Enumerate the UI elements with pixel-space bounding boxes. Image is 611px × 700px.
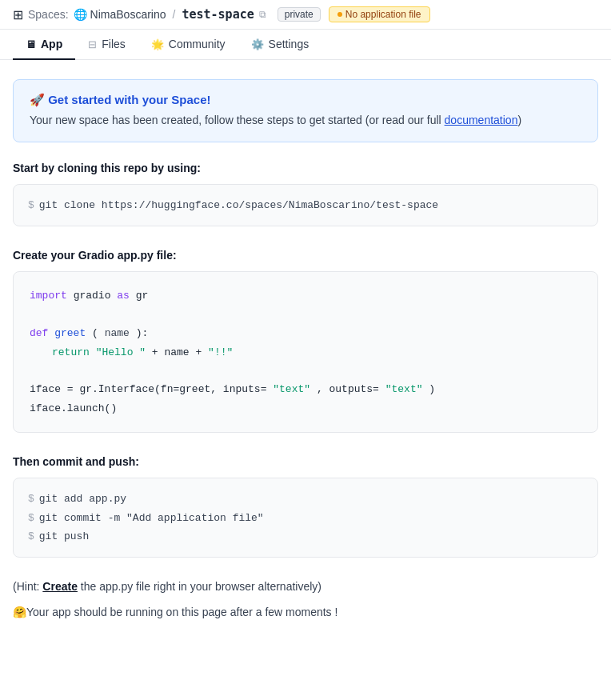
git-commit-cmd: git commit -m "Add application file" — [39, 509, 264, 527]
tab-community[interactable]: 🌟 Community — [138, 30, 238, 60]
hint-line: (Hint: Create the app.py file right in y… — [13, 580, 598, 593]
no-app-label: No application file — [345, 9, 421, 20]
banner-title: 🚀 Get started with your Space! — [30, 93, 581, 107]
footer-line: 🤗Your app should be running on this page… — [13, 606, 598, 618]
as-kw: as — [117, 290, 130, 302]
documentation-link[interactable]: documentation — [445, 114, 518, 126]
copy-icon[interactable]: ⧉ — [259, 9, 266, 20]
tab-settings[interactable]: ⚙️ Settings — [238, 30, 322, 60]
greet-fn: greet — [54, 327, 86, 339]
code-line-2: def greet ( name ): — [30, 324, 581, 342]
globe-icon: 🌐 — [74, 8, 87, 21]
plus-1: + name + — [152, 346, 208, 358]
username[interactable]: NimaBoscarino — [90, 8, 166, 21]
commit-section: Then commit and push: $ git add app.py $… — [13, 455, 598, 558]
banner-body: Your new space has been created, follow … — [30, 112, 581, 129]
banner-body-text: Your new space has been created, follow … — [30, 114, 445, 126]
dollar-3: $ — [28, 527, 34, 546]
tab-files-label: Files — [102, 38, 126, 50]
slash-separator: / — [173, 8, 176, 21]
dollar-sign: $ — [28, 196, 34, 214]
dollar-1: $ — [28, 490, 34, 508]
hint-suffix: the app.py file right in your browser al… — [78, 580, 321, 593]
tab-settings-label: Settings — [269, 38, 309, 50]
code-line-1: import gradio as gr — [30, 286, 581, 305]
status-dot — [337, 12, 342, 17]
gr-alias: gr — [136, 290, 149, 302]
import-kw: import — [30, 290, 67, 302]
commit-section-title: Then commit and push: — [13, 455, 598, 468]
create-link[interactable]: Create — [42, 580, 78, 593]
iface-assign: iface = gr.Interface(fn=greet, inputs= — [30, 383, 266, 395]
code-line-blank-1 — [30, 306, 581, 324]
community-icon: 🌟 — [151, 38, 164, 50]
hint-prefix: (Hint: — [13, 580, 42, 593]
tab-community-label: Community — [169, 38, 226, 50]
code-line-5: iface.launch() — [30, 399, 581, 418]
get-started-banner: 🚀 Get started with your Space! Your new … — [13, 79, 598, 142]
close-paren: ) — [429, 383, 435, 395]
paren-close: ): — [136, 327, 149, 339]
code-line-4: iface = gr.Interface(fn=greet, inputs= "… — [30, 380, 581, 398]
outputs-label: , outputs= — [317, 383, 379, 395]
gradio-section: Create your Gradio app.py file: import g… — [13, 249, 598, 433]
clone-section-title: Start by cloning this repo by using: — [13, 162, 598, 174]
name-param: name — [105, 327, 130, 339]
code-line-3: return "Hello " + name + "!!" — [30, 343, 581, 362]
return-kw: return — [52, 346, 90, 358]
tab-app[interactable]: 🖥 App — [13, 30, 75, 60]
clone-command-line: $ git clone https://huggingface.co/space… — [28, 196, 583, 214]
commit-line-1: $ git add app.py — [28, 490, 583, 508]
gradio-section-title: Create your Gradio app.py file: — [13, 249, 598, 262]
def-kw: def — [30, 327, 48, 339]
clone-command-text[interactable]: git clone https://huggingface.co/spaces/… — [39, 196, 438, 214]
tab-app-label: App — [41, 38, 62, 50]
outputs-str: "text" — [385, 383, 423, 395]
code-line-blank-2 — [30, 362, 581, 380]
inputs-str: "text" — [273, 383, 310, 395]
spaces-label: Spaces: — [28, 8, 69, 21]
gradio-code-block: import gradio as gr def greet ( name ): … — [13, 271, 598, 433]
dollar-2: $ — [28, 509, 34, 527]
hello-str: "Hello " — [96, 346, 146, 358]
spaces-grid-icon: ⊞ — [13, 7, 23, 22]
banner-body-end: ) — [517, 114, 521, 126]
tabs-bar: 🖥 App ⊟ Files 🌟 Community ⚙️ Settings — [0, 30, 611, 60]
git-add-cmd: git add app.py — [39, 490, 126, 508]
topbar: ⊞ Spaces: 🌐 NimaBoscarino / test-space ⧉… — [0, 0, 611, 30]
clone-command-block: $ git clone https://huggingface.co/space… — [13, 184, 598, 226]
tab-files[interactable]: ⊟ Files — [75, 30, 138, 60]
settings-icon: ⚙️ — [251, 38, 264, 50]
commit-line-2: $ git commit -m "Add application file" — [28, 509, 583, 527]
launch-call: iface.launch() — [30, 402, 117, 414]
gradio-ref: gradio — [74, 290, 118, 302]
commit-command-block: $ git add app.py $ git commit -m "Add ap… — [13, 478, 598, 558]
repo-name[interactable]: test-space — [182, 7, 254, 22]
footer-text: 🤗Your app should be running on this page… — [13, 606, 337, 618]
paren-open: ( — [92, 327, 98, 339]
main-content: 🚀 Get started with your Space! Your new … — [0, 60, 611, 638]
excl-str: "!!" — [208, 346, 233, 358]
user-info: 🌐 NimaBoscarino — [74, 8, 166, 21]
clone-section: Start by cloning this repo by using: $ g… — [13, 162, 598, 226]
no-app-badge: No application file — [329, 6, 430, 22]
files-icon: ⊟ — [88, 38, 97, 50]
commit-line-3: $ git push — [28, 527, 583, 546]
git-push-cmd: git push — [39, 527, 89, 546]
private-badge: private — [278, 7, 321, 22]
app-icon: 🖥 — [26, 38, 36, 50]
